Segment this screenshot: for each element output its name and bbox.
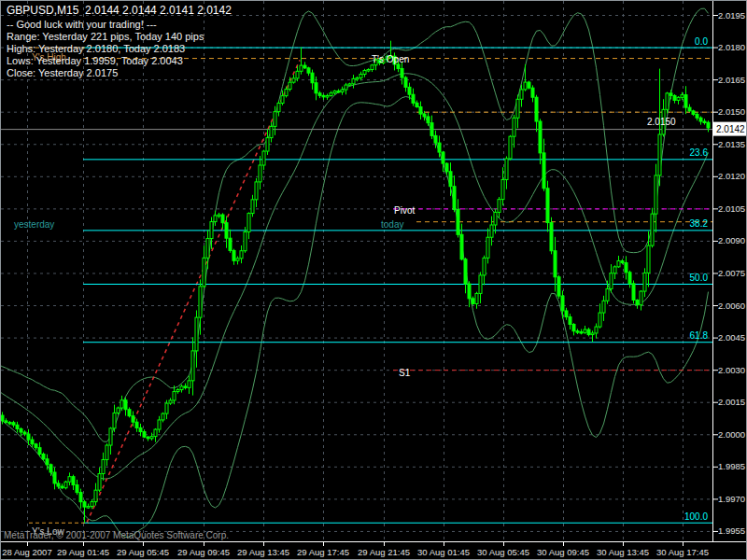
candle-bull	[498, 200, 500, 213]
candle-bull	[643, 273, 646, 291]
bollinger-lower-line	[1, 97, 709, 538]
candle-bull	[289, 82, 291, 89]
candle-bear	[397, 64, 400, 69]
candle-bull	[244, 231, 247, 250]
candle-bear	[225, 223, 228, 239]
candle-bear	[561, 296, 564, 311]
candle-bear	[401, 68, 403, 77]
candle-bull	[348, 84, 351, 86]
price-tick-label: 2.0120	[718, 171, 745, 181]
fib-label-38.2: 38.2	[690, 218, 709, 229]
price-tick-label: 2.0075	[718, 268, 745, 278]
candle-bear	[16, 425, 19, 428]
candle-bull	[352, 78, 355, 83]
candle-bull	[68, 477, 71, 483]
candle-bear	[135, 422, 138, 427]
time-tick-label: 28 Aug 2007	[2, 547, 51, 557]
ys-high-line-label: Y's High	[32, 52, 66, 63]
candle-bull	[486, 237, 489, 258]
candle-bear	[673, 95, 676, 100]
candle-bull	[658, 134, 661, 175]
time-tick-label: 29 Aug 05:45	[117, 547, 169, 557]
candle-bear	[528, 82, 530, 88]
candle-bull	[106, 445, 108, 459]
candle-bull	[176, 390, 179, 392]
candle-bull	[165, 403, 168, 413]
bollinger-middle-line	[1, 74, 709, 479]
candle-bear	[472, 299, 474, 304]
pivot-line-label: Pivot	[394, 205, 415, 216]
candle-bull	[513, 118, 515, 136]
candle-bull	[113, 413, 116, 427]
candle-bear	[457, 209, 459, 234]
candle-bear	[1, 415, 4, 421]
candle-bear	[27, 434, 30, 440]
candle-bull	[251, 200, 254, 214]
candle-bull	[330, 93, 332, 96]
candle-bear	[453, 187, 456, 210]
candle-bull	[363, 70, 366, 74]
candle-bear	[576, 331, 579, 333]
candle-bear	[636, 300, 639, 304]
candle-bull	[259, 165, 261, 182]
candle-bear	[550, 223, 553, 251]
price-tick-label: 1.9985	[718, 461, 745, 471]
candle-bear	[468, 284, 471, 299]
candle-bear	[31, 440, 34, 444]
candle-bull	[613, 267, 616, 273]
candle-bull	[277, 104, 280, 112]
candle-bear	[438, 143, 441, 152]
candle-bear	[311, 73, 314, 83]
candle-bear	[572, 324, 575, 330]
candle-bear	[318, 93, 321, 96]
current-price-tag-text: 2.0142	[716, 124, 745, 134]
candle-bull	[356, 77, 359, 79]
candle-bull	[203, 258, 205, 287]
candle-bear	[83, 502, 86, 507]
chart-window: 0.023.638.250.061.8100.0T's Open2.0150Pi…	[0, 0, 747, 560]
price-tick-label: 2.0180	[718, 42, 745, 52]
candle-bull	[117, 408, 120, 413]
candle-bear	[669, 93, 672, 96]
candle-bear	[124, 400, 127, 410]
price-tick-label: 2.0105	[718, 203, 745, 214]
time-tick-label: 30 Aug 01:45	[417, 547, 470, 557]
candle-bear	[53, 472, 56, 483]
chart-canvas[interactable]: 0.023.638.250.061.8100.0T's Open2.0150Pi…	[1, 1, 747, 560]
price-tick-label: 2.0165	[718, 75, 745, 85]
candle-bull	[98, 474, 101, 491]
candle-bull	[199, 287, 202, 317]
candle-bear	[38, 448, 41, 455]
candle-bear	[8, 423, 11, 425]
candle-bull	[494, 212, 497, 225]
today-line-label: today	[381, 219, 403, 230]
candle-bull	[371, 65, 374, 70]
candle-bull	[677, 97, 680, 100]
price-tick-label: 2.0150	[718, 106, 745, 117]
candle-bear	[303, 65, 306, 68]
bollinger-upper-line	[1, 8, 709, 441]
time-tick-label: 29 Aug 01:45	[57, 547, 109, 557]
candle-bull	[341, 90, 344, 91]
candle-bear	[42, 454, 45, 458]
candle-bear	[430, 123, 433, 136]
candle-bull	[367, 70, 370, 72]
price-tick-label: 2.0015	[718, 397, 745, 407]
candle-bull	[102, 459, 105, 473]
price-tick-label: 2.0060	[718, 301, 745, 311]
candle-bull	[606, 288, 609, 301]
price-tick-label: 1.9955	[718, 525, 745, 536]
candle-bear	[464, 259, 467, 284]
price-tick-label: 2.0000	[718, 429, 745, 440]
candle-bear	[79, 493, 82, 502]
candle-bear	[76, 485, 78, 493]
candle-bull	[501, 179, 504, 199]
candle-bull	[218, 215, 220, 217]
candle-bull	[505, 159, 508, 180]
s1-line-label: S1	[399, 368, 411, 378]
candle-bull	[236, 259, 239, 260]
fib-label-23.6: 23.6	[690, 147, 709, 158]
candle-bull	[150, 437, 153, 439]
candle-bear	[307, 68, 310, 73]
candle-bear	[221, 215, 224, 223]
